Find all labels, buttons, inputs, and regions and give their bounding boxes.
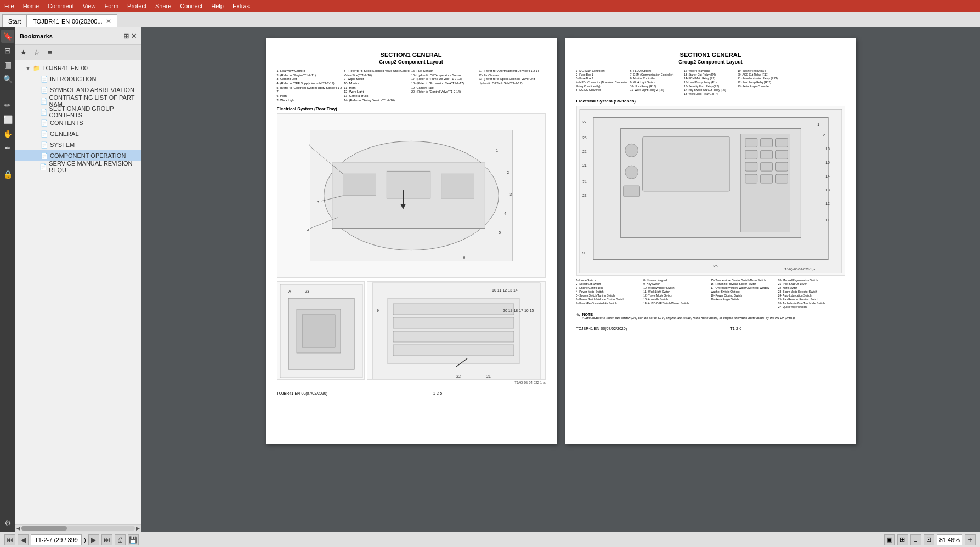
menu-home[interactable]: Home [23, 3, 39, 9]
svg-rect-45 [760, 138, 772, 147]
sidebar-tree[interactable]: ▼ 📁 TOJBR41-EN-00 📄 INTRODUCTION 📄 SYMBO… [15, 60, 141, 524]
pencil-icon[interactable]: ✏ [1, 99, 14, 112]
svg-rect-48 [760, 150, 772, 159]
left-diagram-svg: 8 7 A 1 2 3 4 5 6 [277, 114, 545, 277]
zoom-in-icon[interactable]: + [965, 534, 976, 545]
menu-help[interactable]: Help [211, 3, 224, 9]
svg-rect-28 [393, 304, 514, 315]
svg-rect-55 [775, 174, 788, 183]
tab-close-icon[interactable]: ✕ [106, 18, 111, 25]
right-page-footer: TOJBR41-EN-00(07/02/2020) T1-2-6 [576, 324, 845, 331]
switch-item: 24- Auto-Lubrication Switch [778, 294, 845, 298]
tree-item-section-group[interactable]: 📄 SECTION AND GROUP CONTENTS [15, 106, 141, 117]
stamp-icon[interactable]: ⬜ [1, 113, 14, 126]
svg-text:24: 24 [582, 180, 586, 184]
tree-item-symbol[interactable]: 📄 SYMBOL AND ABBREVIATION [15, 84, 141, 95]
svg-text:A: A [288, 289, 291, 293]
view-fit-icon[interactable]: ⊡ [924, 534, 934, 545]
hscroll-thumb[interactable] [21, 526, 67, 531]
nav-prev-icon[interactable]: ◀ [18, 534, 29, 545]
nav-first-icon[interactable]: ⏮ [4, 534, 15, 545]
delete-bookmark-icon[interactable]: ☆ [31, 47, 43, 59]
search-panel-icon[interactable]: 🔍 [1, 72, 14, 86]
menu-view[interactable]: View [83, 3, 96, 9]
hand-icon[interactable]: ✋ [1, 127, 14, 140]
part-item: 7- Work Light [277, 99, 344, 103]
hscroll-left-icon[interactable]: ◀ [16, 526, 20, 531]
svg-text:9: 9 [582, 251, 584, 255]
tree-item-root[interactable]: ▼ 📁 TOJBR41-EN-00 [15, 62, 141, 73]
tree-item-service-manual[interactable]: 📄 SERVICE MANUAL REVISION REQU [15, 161, 141, 172]
hscroll-right-icon[interactable]: ▶ [136, 526, 140, 531]
tree-item-contents[interactable]: 📄 CONTENTS [15, 117, 141, 128]
menu-form[interactable]: Form [104, 3, 118, 9]
tree-item-component-operation[interactable]: 📄 COMPONENT OPERATION [15, 150, 141, 161]
tools-icon[interactable]: ⚙ [1, 516, 14, 529]
svg-text:23: 23 [582, 193, 586, 197]
document-area[interactable]: SECTION1 GENERAL Group2 Component Layout… [141, 27, 980, 532]
view-double-icon[interactable]: ⊞ [897, 534, 908, 545]
view-single-icon[interactable]: ▣ [884, 534, 895, 545]
right-diagram-svg: 27 26 22 21 24 23 1 2 18 15 14 13 12 11 [577, 106, 845, 276]
nav-save-icon[interactable]: 💾 [128, 534, 139, 545]
sidebar-close-icon[interactable]: ✕ [131, 32, 137, 40]
svg-rect-31 [393, 345, 514, 356]
menu-protect[interactable]: Protect [127, 3, 146, 9]
left-footer-center: T1-2-5 [430, 391, 442, 395]
svg-rect-25 [302, 315, 335, 347]
switch-item: 2- Select/Set Switch [576, 282, 643, 286]
part-item: 19- Camera Tank [411, 86, 478, 90]
svg-text:27: 27 [582, 120, 586, 124]
right-parts-col-2: 6- PLCU (Option) 7- GSM (Communication C… [630, 69, 683, 96]
svg-text:26: 26 [582, 136, 586, 140]
switch-item: 12- Travel Mode Switch [643, 294, 710, 298]
note-section: ✎ NOTE Audio mute/one-touch idle switch … [576, 312, 845, 320]
menu-comment[interactable]: Comment [48, 3, 74, 9]
nav-next-icon[interactable]: ▶ [88, 534, 99, 545]
hscroll-track[interactable] [21, 526, 135, 531]
switch-item: 15- Temperature Control Switch/Mode Swit… [711, 278, 778, 282]
part-item: 20- ACC Cut Relay (R11) [738, 73, 791, 77]
svg-text:12: 12 [825, 202, 830, 206]
right-section-subtitle: Group2 Component Layout [576, 59, 845, 65]
file-icon-general: 📄 [41, 130, 48, 138]
sidebar-expand-icon[interactable]: ⊞ [123, 32, 129, 40]
bookmark-panel-icon[interactable]: 🔖 [1, 30, 14, 43]
left-subsection-title: Electrical System (Rear Tray) [277, 106, 546, 111]
menu-file[interactable]: File [4, 3, 14, 9]
tab-document[interactable]: TOJBR41-EN-00(20200... ✕ [27, 14, 117, 27]
right-section-title: SECTION1 GENERAL [576, 52, 845, 58]
nav-print-icon[interactable]: 🖨 [115, 534, 126, 545]
properties-icon[interactable]: ≡ [44, 47, 56, 59]
menu-share[interactable]: Share [155, 3, 171, 9]
page-thumbnail-icon[interactable]: ▦ [1, 58, 14, 71]
add-bookmark-icon[interactable]: ★ [18, 47, 30, 59]
part-item: 4- (Refer to "DEF Supply Mod-ule"T1-2-19… [277, 82, 344, 86]
switch-item: 27- Quick Wiper Switch [778, 305, 845, 309]
part-item: 9- Wiper Motor [344, 77, 411, 82]
lock-icon[interactable]: 🔒 [1, 168, 14, 181]
layers-icon[interactable]: ⊟ [1, 44, 14, 57]
svg-text:10  11  12  13  14: 10 11 12 13 14 [492, 288, 518, 292]
menu-extras[interactable]: Extras [233, 3, 250, 9]
sidebar-hscrollbar[interactable]: ◀ ▶ [15, 524, 141, 532]
signature-icon[interactable]: ✒ [1, 141, 14, 155]
parts-col-2: 8- (Refer to "8-Spool Solenoid Valve Uni… [344, 69, 411, 103]
tree-item-introduction[interactable]: 📄 INTRODUCTION [15, 73, 141, 84]
part-item: 5- (Refer to "Electrical System Utility … [277, 86, 344, 94]
nav-last-icon[interactable]: ⏭ [101, 534, 112, 545]
file-icon-component: 📄 [41, 152, 48, 159]
view-scroll-icon[interactable]: ≡ [910, 534, 921, 545]
tree-item-general[interactable]: 📄 GENERAL [15, 128, 141, 139]
tree-item-system[interactable]: 📄 SYSTEM [15, 139, 141, 150]
svg-rect-5 [441, 174, 474, 198]
menu-connect[interactable]: Connect [180, 3, 202, 9]
left-main-diagram: 8 7 A 1 2 3 4 5 6 [277, 113, 546, 278]
tab-start[interactable]: Start [2, 14, 27, 27]
switch-item: 6- Power Switch/Volume Control Switch [576, 298, 643, 301]
page-indicator[interactable]: T1-2-7 (29 / 399 [31, 534, 82, 545]
left-diagram-caption: TJAQ-05-04-022-1 ja [277, 381, 546, 384]
tree-item-contrasting[interactable]: 📄 CONTRASTING LIST OF PART NAM [15, 95, 141, 106]
zoom-level[interactable]: 81.46% [937, 534, 962, 545]
tree-expand-icon: ▼ [25, 65, 33, 71]
